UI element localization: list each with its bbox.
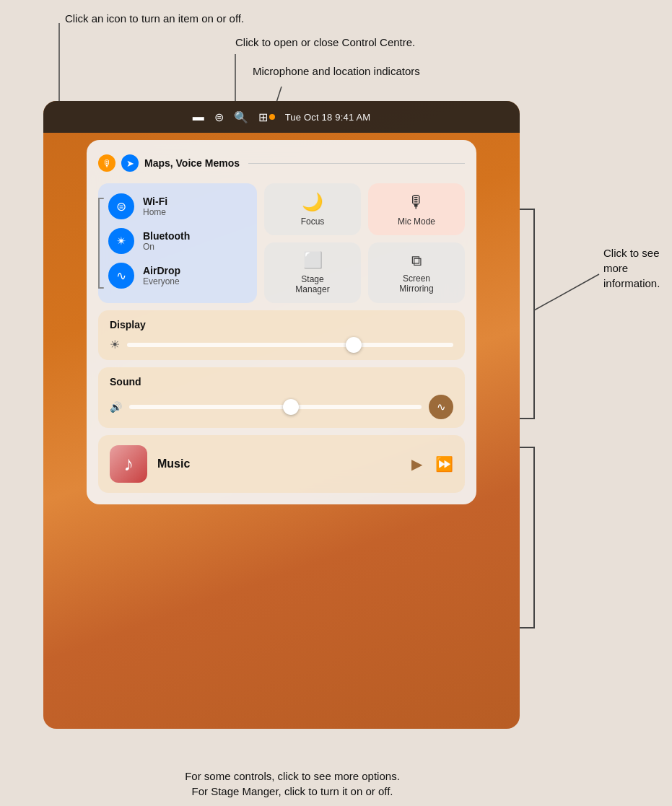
- display-slider-row[interactable]: ☀: [110, 338, 453, 351]
- brightness-thumb[interactable]: [346, 337, 362, 353]
- stage-manager-label: StageManager: [295, 274, 329, 294]
- airdrop-info: AirDrop Everyone: [143, 265, 180, 286]
- bluetooth-item[interactable]: ✴ Bluetooth On: [108, 228, 247, 254]
- right-tiles: 🌙 Focus 🎙 Mic Mode ⬜ StageManager ⧉ Scre…: [264, 183, 465, 303]
- play-button[interactable]: ▶: [411, 455, 422, 473]
- bluetooth-info: Bluetooth On: [143, 230, 190, 252]
- mic-mode-icon: 🎙: [408, 192, 425, 212]
- volume-thumb[interactable]: [283, 399, 299, 415]
- focus-tile[interactable]: 🌙 Focus: [264, 183, 361, 235]
- display-panel: Display ☀: [98, 310, 465, 360]
- airplay-button[interactable]: ∿: [429, 395, 453, 419]
- music-app-icon: ♪: [110, 445, 147, 483]
- menu-bar-date: Tue Oct 18 9:41 AM: [285, 112, 371, 123]
- battery-icon: ▬: [193, 110, 204, 123]
- mac-screen: ▬ ⊜ 🔍 ⊞ Tue Oct 18 9:41 AM 🎙 ➤ Maps, Voi…: [43, 101, 520, 729]
- wifi-sub: Home: [143, 207, 167, 217]
- music-note-icon: ♪: [123, 452, 134, 476]
- sound-title: Sound: [110, 376, 453, 387]
- wifi-icon: ⊜: [214, 110, 224, 124]
- wifi-item[interactable]: ⊜ Wi-Fi Home: [108, 193, 247, 219]
- airdrop-item-icon: ∿: [108, 263, 134, 289]
- screen-mirroring-icon: ⧉: [411, 253, 422, 269]
- focus-icon: 🌙: [302, 192, 323, 212]
- app-header-text: Maps, Voice Memos: [144, 157, 240, 169]
- focus-label: Focus: [301, 216, 325, 227]
- mic-mode-label: Mic Mode: [398, 216, 435, 227]
- bluetooth-name: Bluetooth: [143, 230, 190, 242]
- annotation-click-more: Click to see more information.: [603, 245, 668, 291]
- control-centre-icon[interactable]: ⊞: [258, 110, 275, 124]
- location-indicator-icon: ➤: [121, 154, 139, 172]
- music-controls: ▶ ⏩: [411, 455, 453, 473]
- airdrop-sub: Everyone: [143, 276, 180, 286]
- annotation-bottom: For some controls, click to see more opt…: [112, 768, 473, 799]
- menu-bar: ▬ ⊜ 🔍 ⊞ Tue Oct 18 9:41 AM: [43, 101, 520, 133]
- network-tile[interactable]: ⊜ Wi-Fi Home ✴ Bluetooth On ∿: [98, 183, 257, 303]
- app-header: 🎙 ➤ Maps, Voice Memos: [98, 152, 465, 176]
- volume-slider[interactable]: [129, 405, 422, 409]
- brightness-icon: ☀: [110, 338, 120, 351]
- sound-panel: Sound 🔊 ∿: [98, 367, 465, 428]
- screen-mirroring-tile[interactable]: ⧉ ScreenMirroring: [368, 242, 465, 303]
- bluetooth-item-icon: ✴: [108, 228, 134, 254]
- search-icon[interactable]: 🔍: [234, 110, 248, 124]
- wifi-item-icon: ⊜: [108, 193, 134, 219]
- stage-manager-icon: ⬜: [303, 251, 323, 270]
- annotation-click-icon: Click an icon to turn an item on or off.: [65, 11, 244, 26]
- forward-button[interactable]: ⏩: [435, 455, 453, 473]
- stage-manager-tile[interactable]: ⬜ StageManager: [264, 242, 361, 303]
- tiles-row: ⊜ Wi-Fi Home ✴ Bluetooth On ∿: [98, 183, 465, 303]
- display-title: Display: [110, 319, 453, 330]
- wifi-name: Wi-Fi: [143, 196, 167, 207]
- music-panel[interactable]: ♪ Music ▶ ⏩: [98, 435, 465, 493]
- screen-mirroring-label: ScreenMirroring: [399, 273, 433, 294]
- control-centre-panel: 🎙 ➤ Maps, Voice Memos ⊜ Wi-Fi Home: [87, 140, 476, 504]
- brightness-slider[interactable]: [127, 343, 453, 347]
- wifi-info: Wi-Fi Home: [143, 196, 167, 217]
- annotation-click-open: Click to open or close Control Centre.: [235, 35, 415, 50]
- annotation-mic-location: Microphone and location indicators: [253, 63, 420, 79]
- sound-slider-row[interactable]: 🔊 ∿: [110, 395, 453, 419]
- airdrop-item[interactable]: ∿ AirDrop Everyone: [108, 263, 247, 289]
- bluetooth-sub: On: [143, 242, 190, 252]
- volume-icon: 🔊: [110, 401, 122, 413]
- network-bracket: [98, 198, 100, 289]
- airdrop-name: AirDrop: [143, 265, 180, 276]
- mic-indicator-icon: 🎙: [98, 154, 115, 172]
- music-title: Music: [157, 457, 401, 470]
- mic-mode-tile[interactable]: 🎙 Mic Mode: [368, 183, 465, 235]
- svg-line-3: [534, 274, 599, 310]
